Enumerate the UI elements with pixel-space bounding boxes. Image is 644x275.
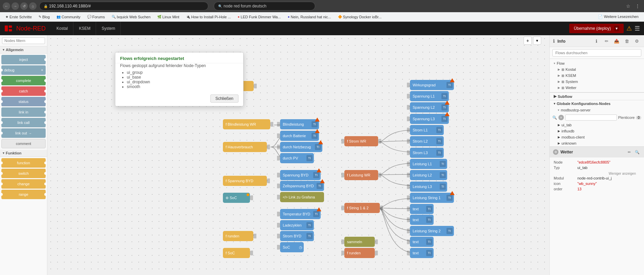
palette-category-header-funktion[interactable]: ▾ Funktion bbox=[0, 150, 47, 157]
wetter-search-button[interactable]: 🔍 bbox=[634, 149, 641, 155]
node-durch-batterie[interactable]: durch Batterie TI bbox=[280, 131, 319, 141]
bookmark-ixquick[interactable]: 🔍 Ixquick Web Suchen bbox=[109, 14, 153, 20]
palette-search-input[interactable] bbox=[2, 37, 45, 44]
star-button[interactable]: ☆ bbox=[624, 2, 632, 10]
node-leistung-string1[interactable]: Leistung String 1 TI bbox=[410, 193, 454, 203]
flow-item-ksem[interactable]: ▶ ⊞ KSEM bbox=[550, 72, 644, 79]
node-leistung-wr[interactable]: f Leistung WR bbox=[344, 170, 378, 180]
node-leistung-string2[interactable]: Leistung String 2 TI bbox=[410, 226, 454, 236]
bookmark-russland[interactable]: ● Nein, Russland hat nic... bbox=[285, 14, 334, 20]
tab-system[interactable]: System bbox=[96, 22, 121, 35]
subflow-header[interactable]: ▶ Subflow bbox=[550, 92, 644, 100]
home-button[interactable]: ⌂ bbox=[29, 2, 37, 10]
bookmark-linux-mint[interactable]: 🌿 Linux Mint bbox=[155, 14, 182, 20]
node-durch-pv[interactable]: durch PV TI bbox=[280, 153, 314, 163]
deploy-button[interactable]: Übernahme (deploy) ▾ bbox=[569, 24, 624, 33]
bookmark-blog[interactable]: ✎ Blog bbox=[36, 14, 52, 20]
palette-node-complete[interactable]: complete bbox=[1, 76, 46, 85]
palette-node-change[interactable]: change bbox=[1, 179, 46, 189]
add-node-button[interactable]: + bbox=[524, 37, 532, 45]
bookmark-erste-schritte[interactable]: ★ Erste Schritte bbox=[3, 14, 34, 20]
forward-button[interactable]: → bbox=[12, 2, 19, 10]
node-text3[interactable]: text TI bbox=[410, 237, 434, 247]
node-soc[interactable]: ⚙ SoC bbox=[223, 193, 250, 203]
show-less-button[interactable]: Weniger anzeigen bbox=[554, 171, 640, 176]
config-item-ui-tab[interactable]: ▶ ui_tab bbox=[550, 122, 644, 128]
palette-node-status[interactable]: status bbox=[1, 97, 46, 106]
config-filter-btn[interactable]: ≡ bbox=[558, 115, 564, 120]
export-tab-button[interactable]: 📤 bbox=[613, 37, 620, 45]
node-link-grafana[interactable]: </> Link zu Grafana bbox=[280, 192, 324, 202]
palette-node-range[interactable]: range bbox=[1, 190, 46, 199]
palette-node-inject[interactable]: inject bbox=[1, 55, 46, 64]
palette-node-switch[interactable]: switch bbox=[1, 169, 46, 178]
canvas-options-button[interactable]: ▾ bbox=[533, 37, 541, 45]
node-text1[interactable]: text TI bbox=[410, 204, 434, 214]
node-spannung-l3[interactable]: Spannung L3 TI bbox=[410, 114, 449, 124]
node-runden[interactable]: f runden bbox=[223, 231, 253, 241]
palette-node-link-out[interactable]: link out → bbox=[1, 128, 46, 138]
node-ladezyklen[interactable]: Ladezyklen TI bbox=[280, 220, 314, 230]
config-item-unknown[interactable]: ▶ unknown bbox=[550, 140, 644, 146]
palette-node-debug[interactable]: debug ≡ bbox=[1, 65, 46, 75]
tab-ksem[interactable]: KSEM bbox=[73, 22, 96, 35]
node-strom-wr[interactable]: f Strom WR bbox=[344, 136, 378, 146]
modbustcp-item[interactable]: ▾ modbustcp-server bbox=[550, 107, 644, 113]
node-leistung-l1[interactable]: Leistung L1 TI bbox=[410, 159, 447, 169]
node-text4[interactable]: text TI bbox=[410, 248, 434, 258]
delete-tab-button[interactable]: 🗑 bbox=[623, 37, 630, 45]
palette-node-catch[interactable]: catch bbox=[1, 86, 46, 96]
bookmark-forums[interactable]: 💬 Forums bbox=[85, 14, 108, 20]
node-leistung-l2[interactable]: Leistung L2 TI bbox=[410, 170, 447, 180]
node-text2[interactable]: text TI bbox=[410, 215, 434, 225]
flow-item-system[interactable]: ▶ ⊞ System bbox=[550, 79, 644, 85]
refresh-button[interactable]: ↺ bbox=[20, 2, 28, 10]
wetter-edit-button[interactable]: ✏ bbox=[626, 149, 632, 155]
node-blindleistung-wr[interactable]: f Blindleistung WR bbox=[223, 119, 270, 129]
search-bar[interactable]: 🔍 node red forum deutsch bbox=[214, 2, 315, 10]
node-strom-l3[interactable]: Strom L3 TI bbox=[410, 148, 444, 158]
back-button[interactable]: ← bbox=[3, 2, 10, 10]
bookmark-pi-hole[interactable]: 🔌 How to Install Pi-Hole ... bbox=[183, 14, 233, 20]
node-durch-netzbezug[interactable]: durch Netzbezug TI bbox=[280, 142, 322, 152]
bookmark-led[interactable]: ● LED Funk Dimmer Wa... bbox=[235, 14, 284, 20]
node-sammeln[interactable]: sammeln bbox=[344, 237, 375, 247]
flow-item-wetter[interactable]: ▶ ⊞ Wetter bbox=[550, 85, 644, 91]
settings-tab-button[interactable]: ⚙ bbox=[633, 37, 641, 45]
node-wirkungsgrad[interactable]: Wirkungsgrad TI bbox=[410, 80, 454, 90]
node-blindleistung[interactable]: Blindleistung TI bbox=[280, 119, 319, 129]
bookmark-community[interactable]: 👥 Community bbox=[54, 14, 83, 20]
node-spannung-byd[interactable]: f Spannung BYD bbox=[223, 176, 267, 186]
node-strom-byd[interactable]: Strom BYD TI bbox=[280, 231, 314, 241]
config-item-modbus-client[interactable]: ▶ modbus-client bbox=[550, 134, 644, 140]
address-bar[interactable]: 🔒 192.168.110.46:1880/# bbox=[39, 2, 208, 10]
popup-close-button[interactable]: Schließen bbox=[210, 94, 238, 103]
palette-node-link-in[interactable]: link in bbox=[1, 107, 46, 117]
node-soc2[interactable]: f SoC bbox=[223, 248, 250, 258]
menu-icon[interactable]: ☰ bbox=[635, 25, 640, 32]
node-zellspannung-byd[interactable]: Zellspannung BYD TI bbox=[280, 181, 324, 191]
canvas-area[interactable]: Flows erfolgreich neugestartet Flows ges… bbox=[47, 35, 549, 275]
flows-search-input[interactable] bbox=[552, 49, 641, 57]
flow-item-kostal[interactable]: ▶ ⊞ Kostal bbox=[550, 66, 644, 72]
settings-button[interactable]: ⋮ bbox=[634, 2, 641, 10]
palette-category-header-allgemein[interactable]: ▾ Allgemein bbox=[0, 46, 47, 54]
node-strom-l1[interactable]: Strom L1 TI bbox=[410, 125, 444, 135]
node-runden2[interactable]: f runden bbox=[344, 248, 375, 258]
bookmark-more[interactable]: 📄 Weitere Lesezeichen bbox=[595, 14, 641, 20]
node-temperatur-byd[interactable]: Temperatur BYD TI bbox=[280, 209, 321, 219]
node-strom-l2[interactable]: Strom L2 TI bbox=[410, 136, 444, 146]
palette-node-link-call[interactable]: link call bbox=[1, 118, 46, 127]
palette-node-comment[interactable]: comment bbox=[1, 139, 46, 148]
node-spannung-l1[interactable]: Spannung L1 TI bbox=[410, 91, 449, 101]
node-spannung-byd2[interactable]: Spannung BYD TI bbox=[280, 170, 321, 180]
config-search-input[interactable] bbox=[565, 114, 617, 121]
flow-section-header[interactable]: ▾ Flow bbox=[550, 60, 644, 66]
node-string1-2[interactable]: f String 1 & 2 bbox=[344, 203, 380, 213]
config-item-influxdb[interactable]: ▶ influxdb bbox=[550, 128, 644, 134]
node-spannung-l2[interactable]: Spannung L2 TI bbox=[410, 102, 449, 112]
node-leistung-l3[interactable]: Leistung L3 TI bbox=[410, 182, 447, 192]
info-tab-button[interactable]: ℹ bbox=[593, 37, 600, 45]
node-hausverbrauch[interactable]: f Hausverbrauch bbox=[223, 142, 267, 152]
palette-node-function[interactable]: function bbox=[1, 158, 46, 168]
